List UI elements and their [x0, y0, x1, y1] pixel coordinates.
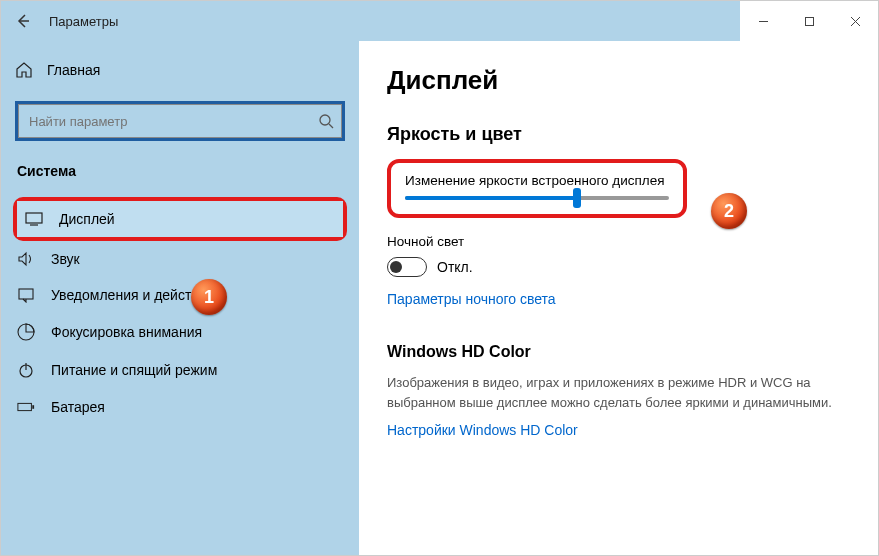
hd-color-settings-link[interactable]: Настройки Windows HD Color [387, 422, 850, 438]
night-light-settings-link[interactable]: Параметры ночного света [387, 291, 850, 307]
slider-thumb[interactable] [573, 188, 581, 208]
battery-icon [17, 401, 35, 413]
night-light-toggle[interactable] [387, 257, 427, 277]
sidebar-item-sound[interactable]: Звук [1, 241, 359, 277]
brightness-label: Изменение яркости встроенного дисплея [405, 173, 669, 188]
sidebar: Главная Система Дисплей Звук Уведомления… [1, 41, 359, 555]
sidebar-item-label: Фокусировка внимания [51, 324, 202, 340]
section-brightness-color: Яркость и цвет [387, 124, 850, 145]
display-icon [25, 212, 43, 226]
toggle-knob [390, 261, 402, 273]
notifications-icon [17, 287, 35, 303]
sidebar-item-label: Звук [51, 251, 80, 267]
maximize-button[interactable] [786, 1, 832, 41]
sidebar-home-label: Главная [47, 62, 100, 78]
window-controls [740, 1, 878, 41]
svg-rect-2 [805, 17, 813, 25]
sidebar-item-label: Питание и спящий режим [51, 362, 217, 378]
back-button[interactable] [1, 13, 45, 29]
hd-color-heading: Windows HD Color [387, 343, 850, 361]
brightness-slider[interactable] [405, 196, 669, 200]
annotation-highlight-2: Изменение яркости встроенного дисплея [387, 159, 687, 218]
svg-line-6 [329, 124, 333, 128]
hd-color-desc: Изображения в видео, играх и приложениях… [387, 373, 850, 412]
sidebar-section-title: Система [1, 163, 359, 179]
slider-fill [405, 196, 577, 200]
maximize-icon [804, 16, 815, 27]
arrow-left-icon [15, 13, 31, 29]
sidebar-item-notifications[interactable]: Уведомления и действия [1, 277, 359, 313]
minimize-button[interactable] [740, 1, 786, 41]
close-button[interactable] [832, 1, 878, 41]
search-icon [318, 113, 334, 129]
minimize-icon [758, 16, 769, 27]
sidebar-item-label: Дисплей [59, 211, 115, 227]
main-panel: Дисплей Яркость и цвет Изменение яркости… [359, 41, 878, 555]
search-input-wrap[interactable] [15, 101, 345, 141]
sidebar-item-power[interactable]: Питание и спящий режим [1, 351, 359, 389]
sidebar-home[interactable]: Главная [1, 55, 359, 85]
annotation-badge-2: 2 [711, 193, 747, 229]
sound-icon [17, 251, 35, 267]
window-title: Параметры [45, 14, 118, 29]
sidebar-item-label: Батарея [51, 399, 105, 415]
toggle-state-label: Откл. [437, 259, 473, 275]
titlebar: Параметры [1, 1, 878, 41]
page-title: Дисплей [387, 65, 850, 96]
svg-rect-9 [19, 289, 33, 299]
sidebar-item-label: Уведомления и действия [51, 287, 214, 303]
svg-rect-7 [26, 213, 42, 223]
svg-point-5 [320, 115, 330, 125]
svg-rect-13 [18, 403, 32, 410]
night-light-label: Ночной свет [387, 234, 850, 249]
annotation-badge-1: 1 [191, 279, 227, 315]
search-input[interactable] [18, 104, 342, 138]
sidebar-item-battery[interactable]: Батарея [1, 389, 359, 425]
close-icon [850, 16, 861, 27]
sidebar-item-display[interactable]: Дисплей [17, 201, 343, 237]
power-icon [17, 361, 35, 379]
svg-rect-14 [32, 405, 34, 409]
home-icon [15, 61, 33, 79]
sidebar-item-focus[interactable]: Фокусировка внимания [1, 313, 359, 351]
annotation-highlight-1: Дисплей [13, 197, 347, 241]
focus-icon [17, 323, 35, 341]
